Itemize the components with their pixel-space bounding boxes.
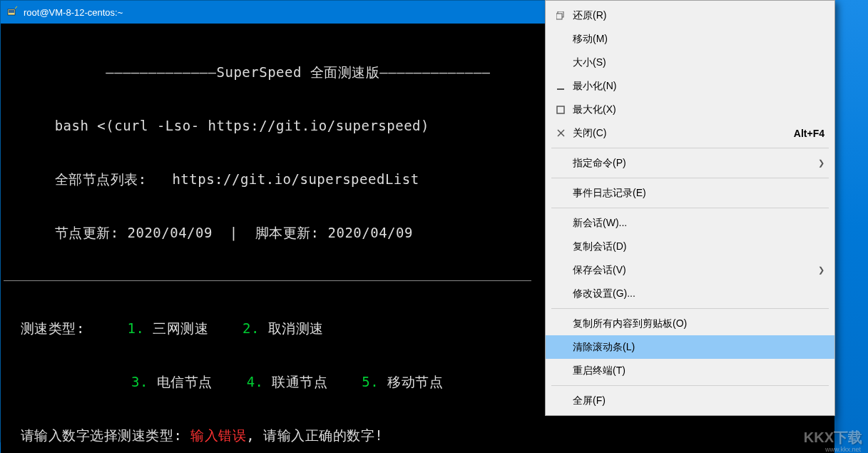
putty-icon — [6, 6, 18, 18]
bash-command: bash <(curl -Lso- https://git.io/supersp… — [55, 118, 429, 133]
menu-separator — [551, 178, 829, 178]
menu-item-label: 还原(R) — [568, 9, 824, 22]
desktop-background — [832, 0, 868, 453]
menu-item-label: 复制所有内容到剪贴板(O) — [568, 317, 824, 330]
maximize-icon — [553, 106, 568, 114]
menu-item[interactable]: 还原(R) — [546, 4, 834, 27]
menu-item-label: 新会话(W)... — [568, 217, 824, 230]
menu-item-label: 清除滚动条(L) — [568, 341, 824, 354]
menu-item-label: 事件日志记录(E) — [568, 187, 824, 200]
menu-item[interactable]: 移动(M) — [546, 27, 834, 51]
menu-item[interactable]: 指定命令(P)❯ — [546, 151, 834, 175]
restore-icon — [553, 11, 568, 20]
menu-item-label: 移动(M) — [568, 33, 824, 46]
menu-separator — [551, 308, 829, 309]
minimize-icon — [553, 82, 568, 91]
menu-item-label: 最大化(X) — [568, 103, 824, 116]
chevron-right-icon: ❯ — [818, 158, 824, 168]
menu-item[interactable]: 修改设置(G)... — [546, 282, 834, 305]
menu-item[interactable]: 关闭(C)Alt+F4 — [546, 121, 834, 145]
menu-item[interactable]: 最小化(N) — [546, 74, 834, 98]
menu-item[interactable]: 复制会话(D) — [546, 235, 834, 258]
menu-separator — [551, 385, 829, 386]
menu-item-label: 重启终端(T) — [568, 365, 824, 377]
menu-item-label: 复制会话(D) — [568, 240, 824, 253]
menu-item[interactable]: 清除滚动条(L) — [546, 335, 834, 359]
menu-item[interactable]: 保存会话(V)❯ — [546, 258, 834, 282]
menu-item-label: 大小(S) — [568, 56, 824, 69]
svg-rect-6 — [557, 106, 564, 113]
menu-item-label: 保存会话(V) — [568, 264, 818, 277]
menu-item[interactable]: 全屏(F) — [546, 389, 834, 412]
menu-item-label: 全屏(F) — [568, 395, 824, 407]
context-menu: 还原(R)移动(M)大小(S)最小化(N)最大化(X)关闭(C)Alt+F4指定… — [545, 0, 835, 416]
menu-item[interactable]: 大小(S) — [546, 51, 834, 74]
chevron-right-icon: ❯ — [818, 265, 824, 275]
menu-item[interactable]: 事件日志记录(E) — [546, 181, 834, 205]
menu-item[interactable]: 重启终端(T) — [546, 359, 834, 382]
svg-rect-1 — [9, 10, 14, 13]
menu-item-label: 指定命令(P) — [568, 157, 818, 170]
svg-line-2 — [15, 6, 17, 9]
close-icon — [553, 129, 568, 137]
menu-item[interactable]: 复制所有内容到剪贴板(O) — [546, 312, 834, 335]
menu-item-label: 关闭(C) — [568, 127, 794, 140]
menu-item-label: 最小化(N) — [568, 80, 824, 93]
menu-item-label: 修改设置(G)... — [568, 287, 824, 300]
window-title: root@VM-8-12-centos:~ — [24, 7, 123, 18]
menu-separator — [551, 148, 829, 148]
svg-rect-4 — [556, 14, 562, 19]
menu-separator — [551, 208, 829, 208]
divider — [4, 280, 531, 281]
menu-item[interactable]: 新会话(W)... — [546, 211, 834, 235]
menu-shortcut: Alt+F4 — [794, 128, 824, 139]
menu-item[interactable]: 最大化(X) — [546, 98, 834, 121]
